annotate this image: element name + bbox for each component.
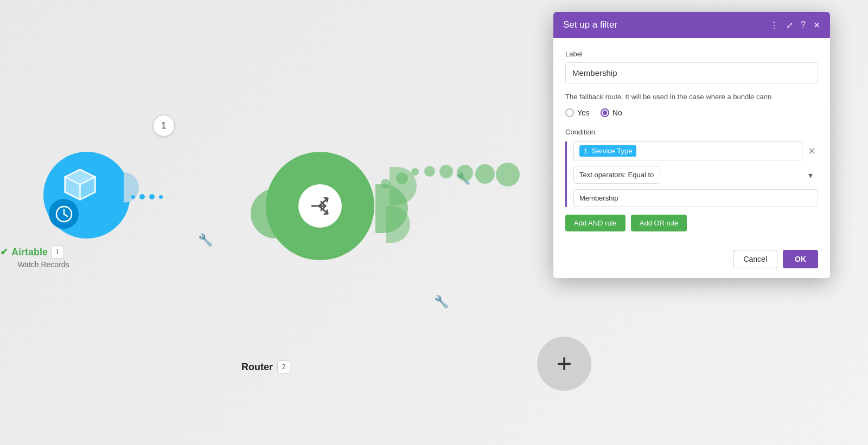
help-icon[interactable]: ? xyxy=(801,20,806,30)
label-input[interactable] xyxy=(565,62,818,83)
radio-yes[interactable]: Yes xyxy=(565,108,590,117)
dot-2 xyxy=(139,194,145,199)
router-inner xyxy=(298,184,342,228)
cancel-button[interactable]: Cancel xyxy=(733,250,777,268)
operator-select-wrapper: Text operators: Equal to xyxy=(573,166,818,184)
label-field-label: Label xyxy=(565,50,818,58)
router-badge: 2 xyxy=(277,360,290,373)
node-router[interactable] xyxy=(266,152,374,260)
modal-header-actions: ⋮ ⤢ ? ✕ xyxy=(770,20,820,30)
dot-3 xyxy=(149,194,155,199)
operator-row: Text operators: Equal to xyxy=(573,166,818,184)
condition-field-tag: 1. Service Type xyxy=(579,145,636,157)
radio-no[interactable]: No xyxy=(601,108,622,117)
modal-header: Set up a filter ⋮ ⤢ ? ✕ xyxy=(553,12,830,38)
condition-field-row: 1. Service Type ✕ xyxy=(573,141,818,160)
modal-title: Set up a filter xyxy=(563,20,617,30)
svg-line-6 xyxy=(64,214,67,216)
rule-buttons: Add AND rule Add OR rule xyxy=(565,215,818,231)
condition-label: Condition xyxy=(565,128,818,136)
router-label: Router 2 xyxy=(241,267,290,445)
condition-value-input[interactable] xyxy=(573,189,818,207)
fallback-radio-group: Yes No xyxy=(565,108,818,117)
more-options-icon[interactable]: ⋮ xyxy=(770,20,778,30)
dot-4 xyxy=(159,195,163,199)
scatter-dot-8 xyxy=(496,163,520,186)
condition-field-input[interactable]: 1. Service Type xyxy=(573,141,802,160)
dot-1 xyxy=(131,195,135,199)
fallback-description: The fallback route. It will be used in t… xyxy=(565,92,818,102)
filter-modal: Set up a filter ⋮ ⤢ ? ✕ Label The fallba… xyxy=(553,12,830,278)
step-circle-1: 1 xyxy=(153,115,175,137)
close-icon[interactable]: ✕ xyxy=(813,20,820,30)
router-blob-left xyxy=(251,189,276,238)
wrench-icon-1[interactable]: 🔧 xyxy=(198,233,213,247)
scatter-dot-6 xyxy=(457,165,473,181)
scatter-dot-5 xyxy=(439,165,453,178)
cube-icon xyxy=(62,167,98,202)
wrench-icon-3[interactable]: 🔧 xyxy=(434,295,449,309)
router-arrows-icon xyxy=(304,190,336,222)
radio-no-circle xyxy=(601,108,609,117)
operator-select[interactable]: Text operators: Equal to xyxy=(573,166,660,184)
check-icon: ✔ xyxy=(0,246,8,258)
modal-footer: Cancel OK xyxy=(553,243,830,278)
condition-box: 1. Service Type ✕ Text operators: Equal … xyxy=(565,141,818,207)
scatter-dot-7 xyxy=(475,164,495,184)
add-node-button[interactable]: + xyxy=(537,337,591,391)
connection-dots xyxy=(131,194,163,199)
add-or-rule-button[interactable]: Add OR rule xyxy=(631,215,687,231)
modal-body: Label The fallback route. It will be use… xyxy=(553,38,830,243)
radio-yes-circle xyxy=(565,108,574,117)
plus-icon: + xyxy=(557,351,572,377)
canvas: 1 ✔ Airtable 1 Watch Records 🔧 xyxy=(0,0,868,445)
scatter-dot-4 xyxy=(424,166,435,177)
airtable-label: ✔ Airtable 1 Watch Records xyxy=(0,246,87,445)
radio-no-label: No xyxy=(612,108,622,117)
remove-condition-button[interactable]: ✕ xyxy=(806,145,818,157)
add-and-rule-button[interactable]: Add AND rule xyxy=(565,215,626,231)
ok-button[interactable]: OK xyxy=(783,250,818,268)
clock-badge xyxy=(49,199,79,229)
radio-yes-label: Yes xyxy=(577,108,590,117)
node-airtable[interactable] xyxy=(43,152,130,238)
expand-icon[interactable]: ⤢ xyxy=(786,20,793,30)
airtable-badge: 1 xyxy=(51,246,64,259)
